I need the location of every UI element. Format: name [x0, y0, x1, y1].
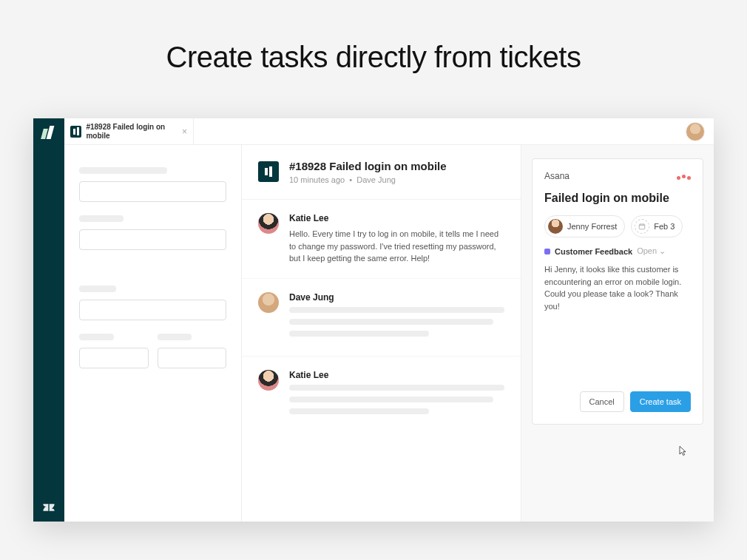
ticket-header-icon — [258, 161, 279, 182]
project-name: Customer Feedback — [555, 247, 632, 256]
cancel-button[interactable]: Cancel — [580, 391, 624, 412]
message-author: Katie Lee — [289, 370, 504, 380]
task-description[interactable]: Hi Jenny, it looks like this customer is… — [544, 263, 691, 384]
avatar — [258, 292, 279, 313]
app-window: #18928 Failed login on mobile × — [33, 118, 714, 522]
svg-rect-0 — [640, 224, 646, 229]
ticket-tab[interactable]: #18928 Failed login on mobile × — [64, 118, 194, 144]
conversation-panel: #18928 Failed login on mobile 10 minutes… — [242, 145, 521, 522]
message-author: Dave Jung — [289, 292, 504, 303]
message: Dave Jung — [242, 279, 521, 357]
content-grid: #18928 Failed login on mobile 10 minutes… — [64, 145, 714, 522]
tab-title: #18928 Failed login on mobile — [86, 123, 187, 141]
message: Katie Lee Hello. Every time I try to log… — [242, 200, 521, 279]
topbar-spacer — [194, 118, 714, 144]
calendar-icon — [635, 219, 649, 234]
message-text: Hello. Every time I try to log in on mob… — [289, 228, 504, 265]
hero-title: Create tasks directly from tickets — [0, 0, 747, 74]
avatar — [258, 213, 279, 234]
project-status[interactable]: Open ⌄ — [637, 246, 666, 256]
ticket-icon — [70, 126, 81, 138]
message: Katie Lee — [242, 357, 521, 434]
main-area: #18928 Failed login on mobile × — [64, 118, 714, 522]
field-input[interactable] — [79, 181, 226, 202]
project-color-icon — [544, 249, 550, 254]
asana-panel-label: Asana — [544, 171, 569, 181]
field-input[interactable] — [158, 348, 227, 368]
properties-panel — [64, 145, 242, 522]
ticket-meta: 10 minutes ago • Dave Jung — [289, 175, 447, 184]
product-logo-icon — [42, 126, 55, 139]
ticket-header: #18928 Failed login on mobile 10 minutes… — [242, 145, 521, 200]
due-date: Feb 3 — [654, 222, 675, 231]
asana-logo-icon — [677, 175, 691, 178]
assignee-avatar — [548, 219, 563, 234]
avatar — [258, 370, 279, 391]
ticket-title: #18928 Failed login on mobile — [289, 160, 447, 172]
chevron-down-icon: ⌄ — [659, 246, 666, 255]
assignee-name: Jenny Forrest — [567, 222, 617, 231]
zendesk-icon — [42, 501, 55, 514]
create-task-button[interactable]: Create task — [630, 391, 691, 412]
task-title: Failed login on mobile — [544, 192, 691, 205]
project-row[interactable]: Customer Feedback Open ⌄ — [544, 246, 691, 256]
field-input[interactable] — [79, 229, 226, 250]
user-avatar[interactable] — [686, 122, 705, 141]
close-icon[interactable]: × — [182, 126, 187, 137]
side-rail — [33, 118, 64, 522]
due-date-chip[interactable]: Feb 3 — [631, 215, 683, 237]
asana-card: Asana Failed login on mobile Jenny Forre… — [532, 158, 703, 425]
field-input[interactable] — [79, 348, 149, 368]
assignee-chip[interactable]: Jenny Forrest — [544, 215, 625, 237]
message-author: Katie Lee — [289, 213, 504, 223]
apps-panel: Asana Failed login on mobile Jenny Forre… — [521, 145, 714, 522]
field-input[interactable] — [79, 300, 226, 320]
topbar: #18928 Failed login on mobile × — [64, 118, 714, 145]
